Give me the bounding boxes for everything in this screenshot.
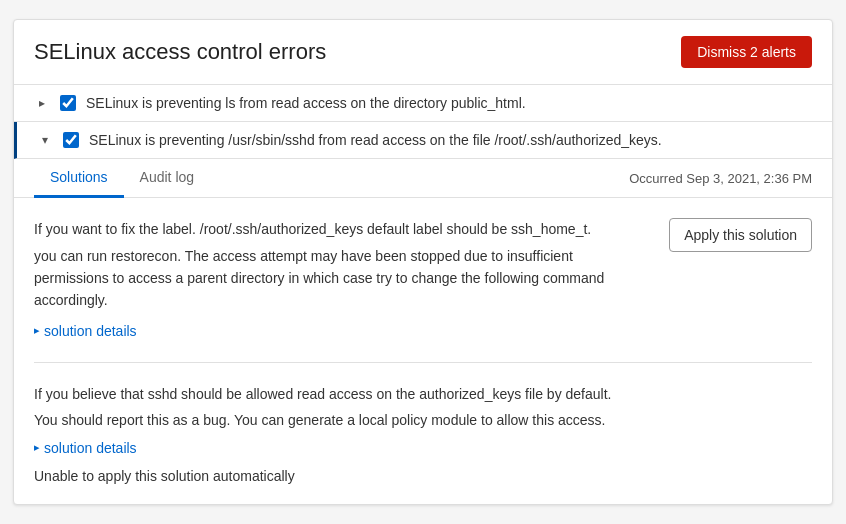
- page-title: SELinux access control errors: [34, 39, 326, 65]
- alert-item-2: ▾ SELinux is preventing /usr/sbin/sshd f…: [14, 122, 832, 159]
- solutions-body: If you want to fix the label. /root/.ssh…: [14, 198, 832, 504]
- alert-2-text: SELinux is preventing /usr/sbin/sshd fro…: [89, 132, 662, 148]
- occurred-text: Occurred Sep 3, 2021, 2:36 PM: [629, 171, 812, 186]
- solution-2-text: If you believe that sshd should be allow…: [34, 383, 812, 432]
- alert-2-checkbox[interactable]: [63, 132, 79, 148]
- solution-block-2: If you believe that sshd should be allow…: [34, 363, 812, 504]
- tab-audit-log[interactable]: Audit log: [124, 159, 210, 198]
- solution-block-1: If you want to fix the label. /root/.ssh…: [34, 198, 812, 363]
- main-card: SELinux access control errors Dismiss 2 …: [13, 19, 833, 505]
- unable-to-apply-text: Unable to apply this solution automatica…: [34, 468, 812, 484]
- card-header: SELinux access control errors Dismiss 2 …: [14, 20, 832, 84]
- solution-2-line-2: You should report this as a bug. You can…: [34, 409, 812, 431]
- chevron-down-icon[interactable]: ▾: [37, 132, 53, 148]
- alert-list: ▸ SELinux is preventing ls from read acc…: [14, 84, 832, 159]
- chevron-right-icon[interactable]: ▸: [34, 95, 50, 111]
- solution-1-line-2: you can run restorecon. The access attem…: [34, 245, 649, 312]
- dismiss-button[interactable]: Dismiss 2 alerts: [681, 36, 812, 68]
- alert-1-checkbox[interactable]: [60, 95, 76, 111]
- alert-item-1: ▸ SELinux is preventing ls from read acc…: [14, 85, 832, 122]
- solution-2-details-link[interactable]: ▸ solution details: [34, 440, 812, 456]
- tabs-section: Solutions Audit log Occurred Sep 3, 2021…: [14, 159, 832, 198]
- solution-1-text: If you want to fix the label. /root/.ssh…: [34, 218, 649, 342]
- tab-solutions[interactable]: Solutions: [34, 159, 124, 198]
- apply-solution-1-button[interactable]: Apply this solution: [669, 218, 812, 252]
- tabs: Solutions Audit log: [34, 159, 210, 197]
- solution-1-details-link[interactable]: ▸ solution details: [34, 320, 649, 342]
- chevron-right-small-icon: ▸: [34, 322, 40, 340]
- chevron-right-small-icon-2: ▸: [34, 441, 40, 454]
- solution-1-line-1: If you want to fix the label. /root/.ssh…: [34, 218, 649, 240]
- solution-2-line-1: If you believe that sshd should be allow…: [34, 383, 812, 405]
- alert-1-text: SELinux is preventing ls from read acces…: [86, 95, 526, 111]
